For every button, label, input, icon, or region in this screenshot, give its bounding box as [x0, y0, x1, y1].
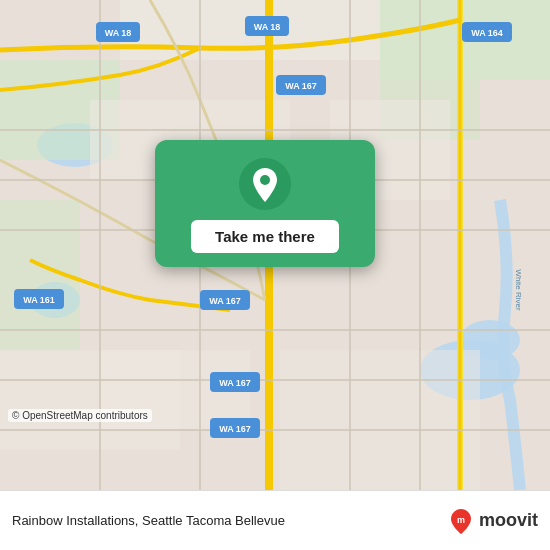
take-me-there-button[interactable]: Take me there — [191, 220, 339, 253]
svg-text:WA 167: WA 167 — [209, 296, 241, 306]
location-card: Take me there — [155, 140, 375, 267]
svg-point-46 — [260, 175, 270, 185]
moovit-logo: m moovit — [447, 507, 538, 535]
moovit-logo-icon: m — [447, 507, 475, 535]
moovit-logo-text: moovit — [479, 510, 538, 531]
osm-attribution: © OpenStreetMap contributors — [8, 409, 152, 422]
svg-text:White River: White River — [514, 269, 523, 311]
svg-text:m: m — [457, 515, 465, 525]
location-pin-icon — [239, 158, 291, 210]
svg-text:WA 18: WA 18 — [254, 22, 281, 32]
bottom-bar: Rainbow Installations, Seattle Tacoma Be… — [0, 490, 550, 550]
svg-text:WA 164: WA 164 — [471, 28, 503, 38]
location-label: Rainbow Installations, Seattle Tacoma Be… — [12, 513, 447, 528]
map-container: WA 18 WA 18 WA 164 WA 167 WA 167 WA 167 … — [0, 0, 550, 490]
svg-text:WA 167: WA 167 — [219, 378, 251, 388]
osm-text: © OpenStreetMap contributors — [12, 410, 148, 421]
svg-text:WA 161: WA 161 — [23, 295, 55, 305]
svg-text:WA 167: WA 167 — [285, 81, 317, 91]
svg-text:WA 18: WA 18 — [105, 28, 132, 38]
svg-rect-13 — [280, 350, 480, 490]
svg-text:WA 167: WA 167 — [219, 424, 251, 434]
